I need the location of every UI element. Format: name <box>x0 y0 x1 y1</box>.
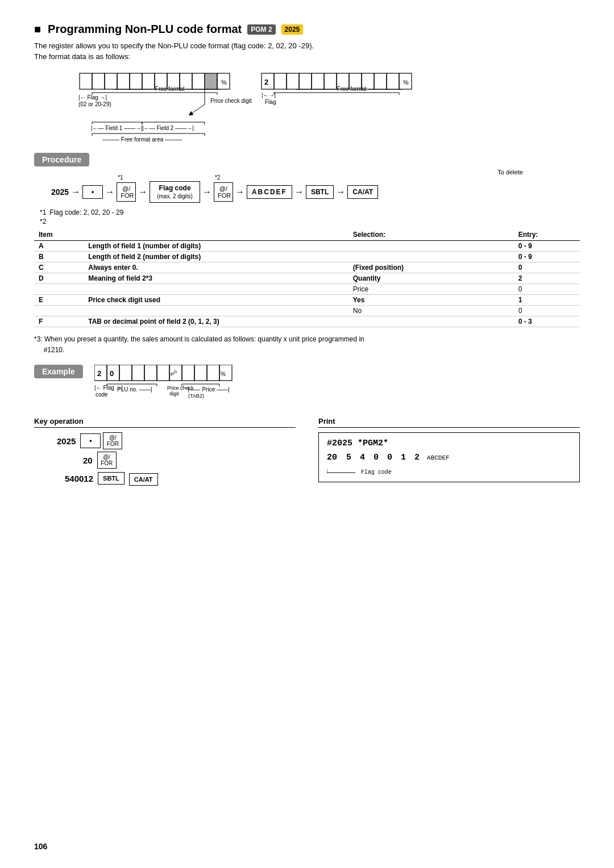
table-row: E Price check digit used Yes 1 <box>34 295 580 306</box>
print-content: #2025 *PGM2* 20 5 4 0 0 1 2 ABCDEF Flag … <box>318 432 580 482</box>
flow-diagram: To delete 2025 → • → *1 @/FOR → Flag cod… <box>40 181 580 203</box>
key-for-1[interactable]: @/FOR <box>103 432 122 449</box>
key-row-1: 2025 • @/FOR <box>57 432 296 449</box>
svg-text:2: 2 <box>264 78 268 86</box>
svg-text:(02 or 20-29): (02 or 20-29) <box>78 101 111 107</box>
table-cell-item <box>34 306 84 316</box>
description-line2: The format data is as follows: <box>34 52 580 61</box>
flow-for-key2[interactable]: @/FOR <box>214 182 233 202</box>
table-cell-desc: Length of field 2 (number of digits) <box>84 252 348 262</box>
key-row-3: 540012 SBTL CA/AT <box>57 471 296 486</box>
footnote1-text: Flag code: 2, 02, 20 - 29 <box>49 208 123 216</box>
table-cell-desc: Always enter 0. <box>84 262 348 273</box>
col-header-selection: Selection: <box>349 229 514 241</box>
table-row: F TAB or decimal point of field 2 (0, 1,… <box>34 316 580 327</box>
table-cell-sel <box>349 316 514 327</box>
svg-text:|← Flag →|: |← Flag →| <box>78 94 107 101</box>
svg-rect-59 <box>132 365 144 381</box>
table-cell-sel <box>349 252 514 262</box>
key-print-section: Key operation 2025 • @/FOR 20 @/FOR 5400… <box>34 417 580 488</box>
table-cell-item: B <box>34 252 84 262</box>
table-cell-item <box>34 284 84 295</box>
table-row: D Meaning of field 2*3 Quantity 2 <box>34 273 580 284</box>
table-row: C Always enter 0. (Fixed position) 0 <box>34 262 580 273</box>
svg-text:%: % <box>403 79 409 86</box>
flag-code-label: Flag code <box>159 184 191 192</box>
table-cell-desc: Length of field 1 (number of digits) <box>84 241 348 252</box>
table-cell-sel: (Fixed position) <box>349 262 514 273</box>
col-header-entry: Entry: <box>514 229 580 241</box>
note3: *3: When you preset a quantity, the sale… <box>34 334 580 356</box>
flow-sbtl[interactable]: SBTL <box>306 185 334 199</box>
flow-flag-code[interactable]: Flag code (max. 2 digits) <box>150 181 200 203</box>
svg-text:PLU no. ——|: PLU no. ——| <box>117 386 152 393</box>
flow-arrow7: → <box>336 187 345 197</box>
flow-start: 2025 <box>51 187 69 197</box>
table-cell-desc: TAB or decimal point of field 2 (0, 1, 2… <box>84 316 348 327</box>
table-cell-sel: Yes <box>349 295 514 306</box>
example-badge: Example <box>34 365 83 378</box>
svg-rect-61 <box>157 365 169 381</box>
svg-line-20 <box>190 105 205 114</box>
print-line2: 20 5 4 0 0 1 2 ABCDEF <box>327 453 571 462</box>
key-dot-button[interactable]: • <box>80 433 101 448</box>
svg-rect-0 <box>80 73 92 89</box>
table-cell-desc: Price check digit used <box>84 295 348 306</box>
page-title-section: ■ Programming Non-PLU code format PGM 2 … <box>34 23 580 36</box>
footnote1: *1 Flag code: 2, 02, 20 - 29 <box>40 208 580 216</box>
main-title: Programming Non-PLU code format <box>48 23 242 36</box>
table-cell-entry: 0 - 9 <box>514 241 580 252</box>
key-for-2[interactable]: @/FOR <box>97 452 117 469</box>
key-row1-value: 2025 <box>57 436 76 446</box>
flow-dot-button[interactable]: • <box>82 185 103 199</box>
key-operation-rows: 2025 • @/FOR 20 @/FOR 540012 SBTL CA/AT <box>57 432 296 486</box>
flag-code-note: (max. 2 digits) <box>157 193 193 199</box>
key-row3-value: 540012 <box>65 474 93 483</box>
key-caat[interactable]: CA/AT <box>129 473 158 486</box>
table-cell-item: E <box>34 295 84 306</box>
print-val: 5 4 0 0 1 2 <box>346 453 421 462</box>
key-operation-header: Key operation <box>34 417 296 428</box>
print-box: Print #2025 *PGM2* 20 5 4 0 0 1 2 ABCDEF… <box>318 417 580 488</box>
footnote2-ref: *2 <box>40 218 46 226</box>
print-line1: #2025 *PGM2* <box>327 439 571 448</box>
key-sbtl[interactable]: SBTL <box>98 472 125 485</box>
table-cell-item: A <box>34 241 84 252</box>
table-cell-entry: 0 <box>514 262 580 273</box>
description-line1: The register allows you to specify the N… <box>34 41 580 50</box>
flow-abcdef[interactable]: ABCDEF <box>247 185 292 199</box>
svg-text:%: % <box>221 79 227 86</box>
flow-arrow4: → <box>202 187 211 197</box>
svg-text:code: code <box>96 391 108 398</box>
svg-rect-36 <box>274 73 287 89</box>
key-row2-value: 20 <box>83 456 93 465</box>
title-bullet: ■ <box>34 23 41 36</box>
table-cell-sel <box>349 241 514 252</box>
table-cell-desc <box>84 284 348 295</box>
flow-arrow6: → <box>294 187 304 197</box>
table-cell-item: F <box>34 316 84 327</box>
footnote2: *2 <box>40 218 580 226</box>
key-operation-box: Key operation 2025 • @/FOR 20 @/FOR 5400… <box>34 417 296 488</box>
svg-text:Price check digit: Price check digit <box>210 98 252 104</box>
flow-for-key1[interactable]: @/FOR <box>117 182 136 202</box>
table-row: B Length of field 2 (number of digits) 0… <box>34 252 580 262</box>
format-diagram: % |← Flag →| (02 or 20-29) ——————— Free … <box>45 68 443 141</box>
table-cell-item: D <box>34 273 84 284</box>
badge-code: 2025 <box>281 24 304 35</box>
key-row-2: 20 @/FOR <box>57 452 296 469</box>
col-header-item: Item <box>34 229 84 241</box>
to-delete-label: To delete <box>497 169 523 176</box>
flow-caat[interactable]: CA/AT <box>347 185 378 199</box>
page-number: 106 <box>34 842 47 851</box>
footnotes-section: *1 Flag code: 2, 02, 20 - 29 *2 <box>40 208 580 226</box>
table-cell-entry: 0 <box>514 306 580 316</box>
table-cell-entry: 0 <box>514 284 580 295</box>
print-flag-label: Flag code <box>361 469 392 475</box>
table-cell-entry: 0 - 3 <box>514 316 580 327</box>
table-cell-desc: Meaning of field 2*3 <box>84 273 348 284</box>
svg-text:Flag: Flag <box>265 99 276 105</box>
table-cell-entry: 0 - 9 <box>514 252 580 262</box>
svg-text:0: 0 <box>110 369 114 378</box>
note3-text: *3: When you preset a quantity, the sale… <box>34 335 364 354</box>
